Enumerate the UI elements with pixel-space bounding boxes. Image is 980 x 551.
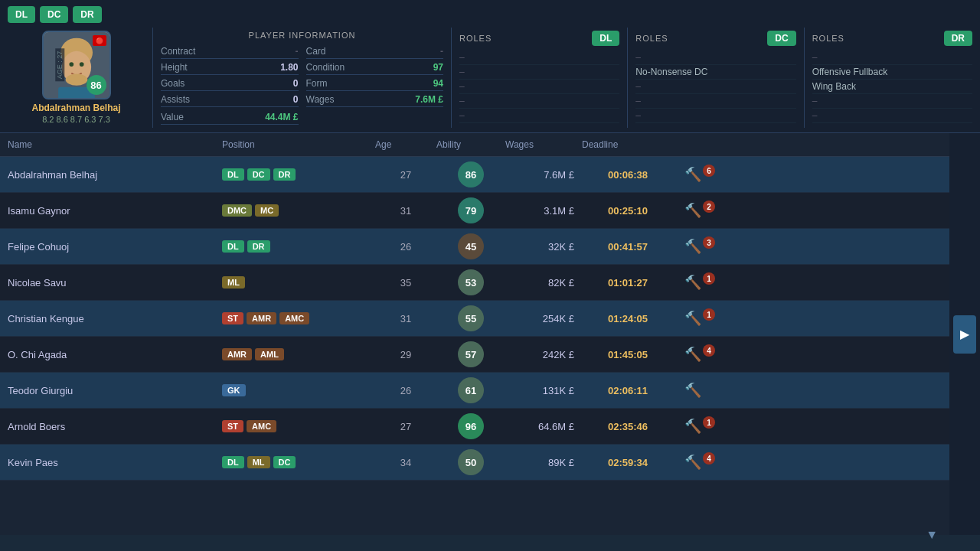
roles-dr-item-3: Wing Back bbox=[812, 80, 972, 94]
bid-hammer-icon[interactable]: 🔨 bbox=[684, 166, 701, 183]
player-row-bid[interactable]: 🔨3 bbox=[674, 238, 712, 255]
bid-hammer-icon[interactable]: 🔨 bbox=[684, 202, 701, 219]
player-row-deadline: 02:59:34 bbox=[582, 457, 674, 468]
table-row[interactable]: O. Chi AgadaAMRAML2957242K £01:45:05🔨4 bbox=[0, 337, 949, 373]
player-row-positions: AMRAML bbox=[222, 348, 375, 360]
roles-dr-header: ROLES DR bbox=[812, 31, 972, 46]
wages-label: Wages bbox=[306, 94, 335, 105]
player-row-positions: ML bbox=[222, 276, 375, 289]
player-row-wages: 89K £ bbox=[505, 457, 582, 468]
player-row-positions: DLMLDC bbox=[222, 456, 375, 468]
ability-badge: 45 bbox=[458, 233, 484, 259]
player-row-deadline: 00:25:10 bbox=[582, 205, 674, 217]
position-tag: DL bbox=[222, 240, 244, 253]
ability-badge: 96 bbox=[458, 413, 484, 439]
player-row-name: Abdalrahman Belhaj bbox=[8, 169, 222, 181]
roles-dc-item-3: – bbox=[635, 80, 795, 94]
player-row-bid[interactable]: 🔨1 bbox=[674, 274, 712, 291]
player-row-deadline: 00:41:57 bbox=[582, 241, 674, 253]
table-row[interactable]: Nicolae SavuML355382K £01:01:27🔨1 bbox=[0, 265, 949, 301]
svg-point-3 bbox=[69, 62, 74, 67]
right-nav[interactable]: ▶ bbox=[949, 133, 980, 535]
bid-hammer-icon[interactable]: 🔨 bbox=[684, 454, 701, 471]
table-row[interactable]: Christian KengueSTAMRAMC3155254K £01:24:… bbox=[0, 301, 949, 337]
card-label: Card bbox=[306, 46, 326, 57]
player-row-ability: 57 bbox=[436, 341, 505, 367]
bid-hammer-icon[interactable]: 🔨 bbox=[684, 418, 701, 435]
table-row[interactable]: Kevin PaesDLMLDC345089K £02:59:34🔨4 bbox=[0, 445, 949, 481]
table-row[interactable]: Felipe CohuojDLDR264532K £00:41:57🔨3 bbox=[0, 229, 949, 265]
ability-badge: 61 bbox=[458, 377, 484, 403]
player-row-ability: 86 bbox=[436, 161, 505, 187]
bid-hammer-icon[interactable]: 🔨 bbox=[684, 238, 701, 255]
wages-row: Wages 7.6M £ bbox=[306, 93, 444, 107]
player-row-bid[interactable]: 🔨 bbox=[674, 382, 712, 399]
th-deadline: Deadline bbox=[582, 139, 674, 150]
roles-dl-item-3: – bbox=[459, 80, 619, 94]
table-row[interactable]: Arnold BoersSTAMC279664.6M £02:35:46🔨1 bbox=[0, 409, 949, 445]
bid-hammer-icon[interactable]: 🔨 bbox=[684, 310, 701, 327]
position-tag: ML bbox=[247, 456, 270, 468]
player-row-bid[interactable]: 🔨6 bbox=[674, 166, 712, 183]
player-row-age: 27 bbox=[375, 421, 436, 432]
player-row-ability: 53 bbox=[436, 269, 505, 295]
roles-dc-item-2: No-Nonsense DC bbox=[635, 65, 795, 80]
player-row-bid[interactable]: 🔨2 bbox=[674, 202, 712, 219]
roles-dr-badge[interactable]: DR bbox=[944, 31, 972, 46]
player-row-bid[interactable]: 🔨4 bbox=[674, 454, 712, 471]
player-row-wages: 254K £ bbox=[505, 313, 582, 324]
player-row-bid[interactable]: 🔨4 bbox=[674, 346, 712, 363]
bid-hammer-icon[interactable]: 🔨 bbox=[684, 382, 701, 399]
table-row[interactable]: Teodor GiurgiuGK2661131K £02:06:11🔨 bbox=[0, 373, 949, 409]
tab-dc[interactable]: DC bbox=[40, 6, 68, 23]
player-row-positions: STAMC bbox=[222, 420, 375, 432]
position-tag: AMC bbox=[279, 312, 309, 324]
player-row-name: Kevin Paes bbox=[8, 457, 222, 468]
position-tag: ST bbox=[222, 420, 243, 432]
table-row[interactable]: Abdalrahman BelhajDLDCDR27867.6M £00:06:… bbox=[0, 157, 949, 193]
position-tag: AMR bbox=[247, 312, 276, 324]
value-label: Value bbox=[161, 112, 184, 122]
form-value: 94 bbox=[433, 78, 443, 89]
player-row-age: 26 bbox=[375, 241, 436, 253]
player-scores: 8.2 8.6 8.7 6.3 7.3 bbox=[42, 115, 110, 124]
top-tabs: DL DC DR bbox=[0, 0, 980, 23]
roles-dc-section: ROLES DC – No-Nonsense DC – – – bbox=[628, 28, 804, 128]
condition-value: 97 bbox=[433, 62, 443, 73]
player-row-positions: GK bbox=[222, 384, 375, 396]
player-row-bid[interactable]: 🔨1 bbox=[674, 310, 712, 327]
player-row-age: 35 bbox=[375, 277, 436, 289]
bid-count-badge: 1 bbox=[703, 272, 715, 285]
player-row-name: Nicolae Savu bbox=[8, 277, 222, 289]
roles-dc-item-5: – bbox=[635, 109, 795, 123]
roles-dl-title: ROLES bbox=[459, 34, 492, 43]
goals-label: Goals bbox=[161, 78, 185, 89]
position-tag: ML bbox=[222, 276, 245, 289]
player-row-positions: STAMRAMC bbox=[222, 312, 375, 324]
player-row-bid[interactable]: 🔨1 bbox=[674, 418, 712, 435]
table-row[interactable]: Isamu GaynorDMCMC31793.1M £00:25:10🔨2 bbox=[0, 193, 949, 229]
height-value: 1.80 bbox=[280, 62, 298, 73]
bid-count-badge: 2 bbox=[703, 201, 715, 213]
tab-dr[interactable]: DR bbox=[73, 6, 101, 23]
roles-dc-badge[interactable]: DC bbox=[767, 31, 795, 46]
player-row-ability: 96 bbox=[436, 413, 505, 439]
th-age: Age bbox=[375, 139, 436, 150]
player-row-age: 26 bbox=[375, 385, 436, 396]
roles-dr-item-2: Offensive Fullback bbox=[812, 65, 972, 80]
wages-value: 7.6M £ bbox=[415, 94, 443, 105]
roles-dl-badge[interactable]: DL bbox=[592, 31, 619, 46]
condition-label: Condition bbox=[306, 62, 345, 73]
nav-arrow-right[interactable]: ▶ bbox=[953, 315, 976, 354]
player-row-name: Christian Kengue bbox=[8, 313, 222, 324]
bid-hammer-icon[interactable]: 🔨 bbox=[684, 346, 701, 363]
player-row-wages: 64.6M £ bbox=[505, 421, 582, 432]
scroll-down-icon[interactable]: ▼ bbox=[926, 528, 938, 542]
bid-hammer-icon[interactable]: 🔨 bbox=[684, 274, 701, 291]
player-row-age: 31 bbox=[375, 313, 436, 324]
table-container: Name Position Age Ability Wages Deadline… bbox=[0, 133, 949, 535]
roles-dc-item-4: – bbox=[635, 94, 795, 109]
player-row-name: Arnold Boers bbox=[8, 421, 222, 432]
position-tag: DL bbox=[222, 456, 244, 468]
tab-dl[interactable]: DL bbox=[8, 6, 35, 23]
